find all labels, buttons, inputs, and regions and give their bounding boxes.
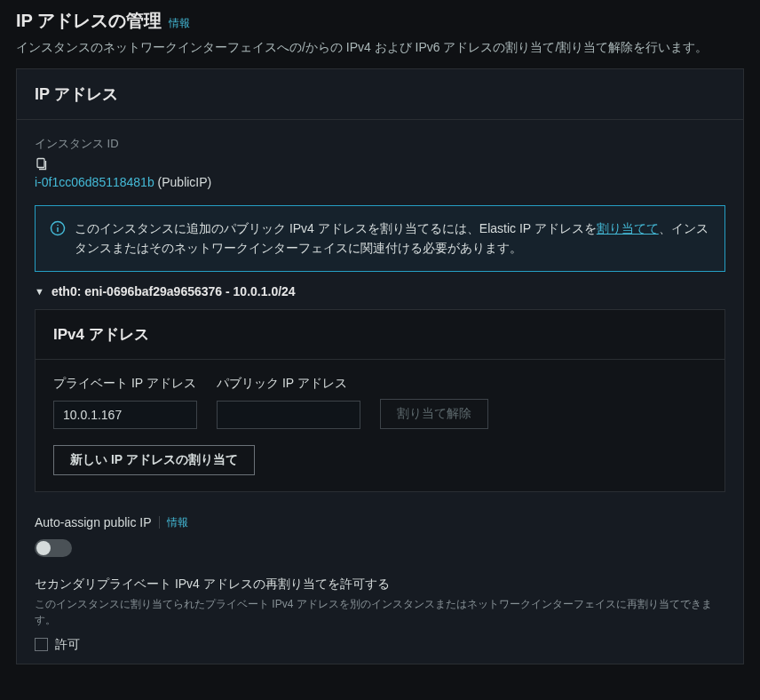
ip-panel: IP アドレス インスタンス ID i-0f1cc06d85118481b (P… bbox=[16, 68, 744, 664]
auto-assign-info-link[interactable]: 情報 bbox=[167, 515, 188, 530]
public-ip-label: パブリック IP アドレス bbox=[217, 376, 360, 392]
instance-name: (PublicIP) bbox=[158, 175, 212, 189]
secondary-title: セカンダリプライベート IPv4 アドレスの再割り当てを許可する bbox=[35, 577, 725, 593]
private-ip-label: プライベート IP アドレス bbox=[53, 376, 197, 392]
instance-id-link[interactable]: i-0f1cc06d85118481b bbox=[35, 175, 154, 189]
private-ip-input[interactable] bbox=[53, 401, 197, 429]
svg-rect-0 bbox=[37, 159, 44, 168]
eni-toggle[interactable]: ▼ eth0: eni-0696baf29a9656376 - 10.0.1.0… bbox=[35, 284, 725, 298]
alert-link[interactable]: 割り当てて bbox=[597, 221, 659, 235]
auto-assign-toggle[interactable] bbox=[35, 539, 72, 557]
ipv4-panel: IPv4 アドレス プライベート IP アドレス パブリック IP アドレス 割… bbox=[35, 309, 725, 492]
alert-text-prefix: このインスタンスに追加のパブリック IPv4 アドレスを割り当てるには、Elas… bbox=[75, 221, 597, 235]
eni-label: eth0: eni-0696baf29a9656376 - 10.0.1.0/2… bbox=[51, 284, 296, 298]
page-description: インスタンスのネットワークインターフェイスへの/からの IPv4 および IPv… bbox=[16, 40, 744, 56]
divider bbox=[159, 516, 160, 529]
assign-new-ip-button[interactable]: 新しい IP アドレスの割り当て bbox=[53, 445, 255, 475]
info-alert: このインスタンスに追加のパブリック IPv4 アドレスを割り当てるには、Elas… bbox=[35, 205, 725, 272]
unassign-button[interactable]: 割り当て解除 bbox=[380, 399, 488, 429]
auto-assign-label: Auto-assign public IP bbox=[35, 515, 152, 529]
caret-down-icon: ▼ bbox=[35, 286, 44, 297]
panel-title: IP アドレス bbox=[35, 84, 725, 105]
secondary-desc: このインスタンスに割り当てられたプライベート IPv4 アドレスを別のインスタン… bbox=[35, 596, 725, 628]
page-title: IP アドレスの管理 bbox=[16, 9, 162, 33]
allow-checkbox-label: 許可 bbox=[55, 637, 80, 653]
svg-point-3 bbox=[57, 225, 59, 227]
public-ip-input[interactable] bbox=[217, 401, 360, 429]
ipv4-title: IPv4 アドレス bbox=[53, 324, 707, 345]
copy-icon[interactable] bbox=[35, 157, 49, 171]
allow-checkbox[interactable] bbox=[35, 638, 48, 651]
toggle-knob bbox=[36, 541, 51, 555]
instance-id-label: インスタンス ID bbox=[35, 136, 725, 152]
info-icon bbox=[50, 220, 66, 236]
info-link[interactable]: 情報 bbox=[169, 16, 190, 31]
